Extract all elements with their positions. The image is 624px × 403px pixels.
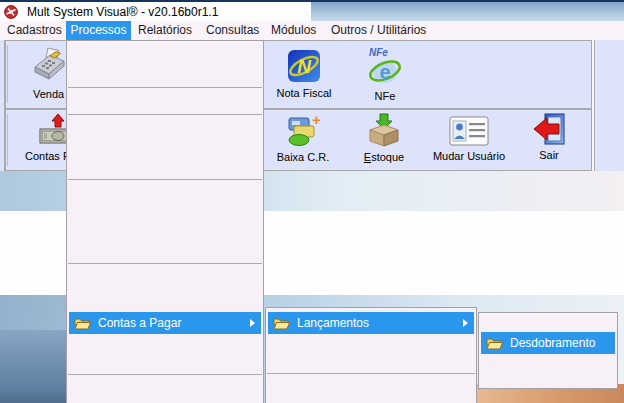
cards-plus-icon: + <box>285 113 321 147</box>
sair-button[interactable]: Sair <box>507 113 591 161</box>
menubar: Cadastros Processos Relatórios Consultas… <box>0 21 624 40</box>
mudar-usuario-button[interactable]: Mudar Usuário <box>427 116 511 162</box>
nfe-label: NFe <box>375 90 396 102</box>
mudar-usuario-label: Mudar Usuário <box>433 150 505 162</box>
app-window: Mult System Visual® - v20.16b0r1.1 Cadas… <box>0 0 624 403</box>
menubar-item-processos[interactable]: Processos <box>66 21 131 40</box>
svg-text:N: N <box>297 56 312 77</box>
nfe-icon: e NFe <box>366 46 404 86</box>
menubar-item-outros-utilitarios[interactable]: Outros / Utilitários <box>331 21 426 40</box>
titlebar: Mult System Visual® - v20.16b0r1.1 <box>0 2 311 21</box>
svg-text:e: e <box>379 61 390 83</box>
svg-text:+: + <box>312 113 321 128</box>
menu-separator <box>267 373 475 374</box>
exit-arrow-icon <box>532 113 566 145</box>
menu-separator <box>68 263 262 264</box>
menu-item-contas-a-pagar[interactable]: Contas a Pagar <box>69 312 261 334</box>
contas-receber-label: Contas R <box>25 150 71 162</box>
folder-icon <box>74 317 91 330</box>
submenu-arrow-icon <box>463 319 468 327</box>
lancamentos-submenu: Desdobramento <box>478 312 618 389</box>
menubar-item-relatorios[interactable]: Relatórios <box>138 21 192 40</box>
baixa-cr-label: Baixa C.R. <box>277 151 330 163</box>
baixa-cr-button[interactable]: + Baixa C.R. <box>261 113 345 163</box>
menu-separator <box>68 374 262 375</box>
menu-item-label: Desdobramento <box>510 336 595 350</box>
estoque-button[interactable]: Estoque <box>342 113 426 163</box>
menubar-item-consultas[interactable]: Consultas <box>206 21 259 40</box>
stock-box-icon <box>367 113 401 147</box>
menubar-item-modulos[interactable]: Módulos <box>271 21 316 40</box>
menu-separator <box>68 179 262 180</box>
menu-separator <box>68 114 262 115</box>
venda-label: Venda <box>33 88 64 100</box>
client-background <box>0 330 66 403</box>
sair-label: Sair <box>539 149 559 161</box>
menu-item-label: Contas a Pagar <box>98 316 181 330</box>
nota-fiscal-icon: N <box>287 49 321 83</box>
folder-icon <box>273 317 290 330</box>
cash-register-icon <box>30 46 68 84</box>
nota-fiscal-button[interactable]: N Nota Fiscal <box>262 49 346 99</box>
menubar-item-cadastros[interactable]: Cadastros <box>7 21 62 40</box>
svg-text:NFe: NFe <box>369 47 388 58</box>
menu-separator <box>68 87 262 88</box>
app-logo-icon <box>4 5 18 19</box>
estoque-label: Estoque <box>364 151 404 163</box>
nota-fiscal-label: Nota Fiscal <box>276 87 331 99</box>
menu-item-desdobramento[interactable]: Desdobramento <box>481 332 615 354</box>
window-title: Mult System Visual® - v20.16b0r1.1 <box>27 5 218 19</box>
user-card-icon <box>449 116 489 146</box>
toolbar-right-panel <box>594 40 624 171</box>
contas-a-pagar-submenu: Lançamentos <box>265 307 477 403</box>
titlebar-gradient <box>311 2 624 21</box>
menu-item-lancamentos[interactable]: Lançamentos <box>268 312 474 334</box>
submenu-arrow-icon <box>250 319 255 327</box>
processos-dropdown-menu: Contas a Pagar <box>66 40 264 403</box>
folder-icon <box>486 337 503 350</box>
nfe-button[interactable]: e NFe NFe <box>348 46 422 102</box>
menu-item-label: Lançamentos <box>297 316 369 330</box>
